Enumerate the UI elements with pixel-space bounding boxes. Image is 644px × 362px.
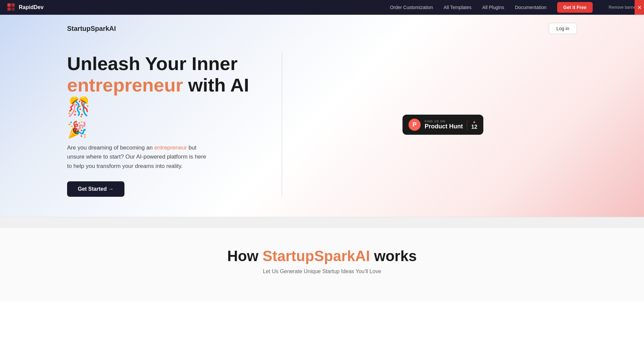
nav-all-templates[interactable]: All Templates: [444, 5, 472, 10]
hero-section: StartupSparkAI Log in Unleash Your Inner…: [0, 15, 644, 217]
svg-rect-2: [7, 7, 11, 11]
hero-heading: Unleash Your Inner entrepreneur with AI …: [67, 53, 255, 118]
how-heading-orange: StartupSparkAI: [263, 248, 370, 264]
hero-right: P FIND US ON Product Hunt ▲ 12: [309, 115, 577, 135]
product-hunt-badge[interactable]: P FIND US ON Product Hunt ▲ 12: [402, 115, 483, 135]
hero-sub-before: Are you dreaming of becoming an: [67, 144, 154, 151]
get-started-button[interactable]: Get Started →: [67, 181, 124, 197]
how-section: How StartupSparkAI works Let Us Generate…: [0, 228, 644, 301]
ph-votes: ▲ 12: [467, 119, 477, 130]
site-title: StartupSparkAI: [67, 25, 116, 33]
svg-rect-0: [7, 3, 11, 7]
svg-rect-3: [11, 7, 15, 11]
nav-order-customization[interactable]: Order Customization: [390, 5, 433, 10]
nav-documentation[interactable]: Documentation: [515, 5, 546, 10]
logo-text: RapidDev: [19, 4, 44, 10]
party-emoji: 🎉: [67, 120, 255, 139]
hero-content: Unleash Your Inner entrepreneur with AI …: [0, 40, 644, 217]
get-it-free-button[interactable]: Get it Free: [557, 2, 592, 13]
how-heading-before: How: [227, 248, 263, 264]
hero-sub-orange-link[interactable]: entrepreneur: [154, 144, 187, 151]
how-heading-after: works: [370, 248, 417, 264]
hero-divider: [282, 53, 282, 197]
ph-text-block: FIND US ON Product Hunt: [425, 120, 463, 130]
product-hunt-logo: P: [409, 119, 421, 131]
ph-name-label: Product Hunt: [425, 123, 463, 130]
logo-icon: [7, 3, 16, 12]
top-banner: RapidDev Order Customization All Templat…: [0, 0, 644, 15]
ph-p-letter: P: [413, 121, 417, 128]
hero-heading-orange: entrepreneur: [67, 74, 183, 96]
site-header: StartupSparkAI Log in: [0, 15, 644, 40]
logo-area: RapidDev: [7, 3, 54, 12]
login-button[interactable]: Log in: [549, 23, 577, 34]
hero-left: Unleash Your Inner entrepreneur with AI …: [67, 53, 255, 197]
top-nav: Order Customization All Templates All Pl…: [54, 2, 637, 13]
hero-heading-line1: Unleash Your Inner: [67, 53, 237, 74]
how-heading: How StartupSparkAI works: [67, 248, 577, 264]
svg-rect-1: [11, 3, 15, 7]
ph-upvote-arrow: ▲: [472, 119, 476, 124]
nav-all-plugins[interactable]: All Plugins: [482, 5, 504, 10]
banner-close-button[interactable]: ✕: [635, 0, 644, 15]
how-subtext: Let Us Generate Unique Startup Ideas You…: [67, 268, 577, 275]
ph-find-us-label: FIND US ON: [425, 120, 463, 123]
ph-vote-count: 12: [471, 124, 477, 130]
remove-banner-button[interactable]: Remove banner: [609, 5, 637, 10]
hero-subtext: Are you dreaming of becoming an entrepre…: [67, 143, 208, 171]
